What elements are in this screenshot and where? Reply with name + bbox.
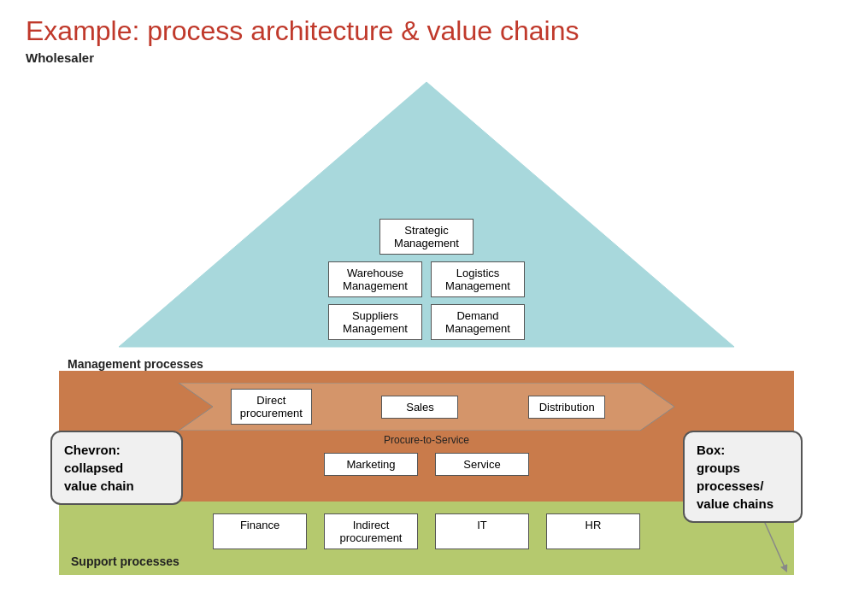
callout-right: Box: groupsprocesses/value chains [683,431,803,523]
page-container: Example: process architecture & value ch… [0,0,853,575]
triangle-boxes: StrategicManagement WarehouseManagement … [328,73,525,355]
triangle-section: StrategicManagement WarehouseManagement … [59,73,794,355]
row3-box-row: SuppliersManagement DemandManagement [328,304,525,340]
callout-left-desc: collapsedvalue chain [64,461,134,493]
logistics-management-box: LogisticsManagement [431,261,525,297]
strategic-management-box: StrategicManagement [379,219,474,255]
warehouse-management-box: WarehouseManagement [328,261,422,297]
page-title: Example: process architecture & value ch… [0,0,853,50]
finance-box: Finance [213,513,307,549]
support-processes-label: Support processes [71,554,782,568]
chevron-container: Directprocurement Sales Distribution Pro… [179,383,674,431]
callout-right-desc: groupsprocesses/value chains [697,461,774,511]
chevron-row: Directprocurement Sales Distribution Pro… [71,383,782,431]
subtitle: Wholesaler [0,50,853,73]
callout-left: Chevron: collapsedvalue chain [50,431,183,505]
chevron-items: Directprocurement Sales Distribution [179,383,674,431]
top-box-row: StrategicManagement [379,219,474,255]
row2-box-row: WarehouseManagement LogisticsManagement [328,261,525,297]
sales-box: Sales [381,396,458,419]
chevron-label: Procure-to-Service [384,434,469,446]
marketing-box: Marketing [324,453,418,476]
callout-left-keyword: Chevron [64,443,116,457]
it-box: IT [435,513,529,549]
service-box: Service [435,453,529,476]
management-processes-label: Management processes [59,357,794,371]
demand-management-box: DemandManagement [431,304,525,340]
distribution-box: Distribution [528,396,605,419]
hr-box: HR [546,513,640,549]
callout-right-keyword: Box [697,443,721,457]
suppliers-management-box: SuppliersManagement [328,304,422,340]
direct-procurement-box: Directprocurement [231,389,312,425]
support-row: Finance Indirectprocurement IT HR [71,513,782,549]
indirect-procurement-box: Indirectprocurement [324,513,418,549]
